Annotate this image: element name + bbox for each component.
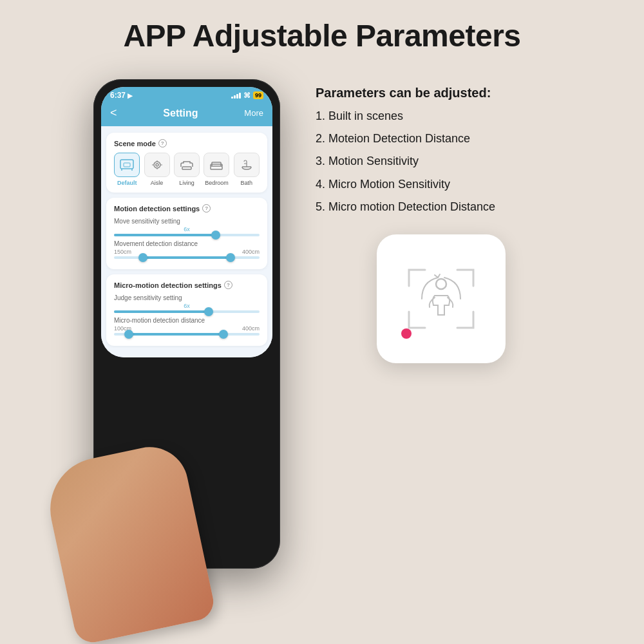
device-led: [401, 328, 412, 339]
svg-point-3: [156, 164, 158, 166]
scene-bath-icon: [234, 153, 260, 177]
device-container: [316, 234, 567, 363]
sensitivity-label: Move sensitivity setting: [114, 218, 260, 225]
micro-distance-section: Micro-motion detection distance 100cm 40…: [114, 317, 260, 336]
svg-point-2: [154, 162, 160, 168]
micro-distance-label: Micro-motion detection distance: [114, 317, 260, 324]
scene-aisle-label: Aisle: [151, 180, 164, 186]
status-right: ⌘ 99: [231, 91, 263, 100]
scene-bedroom-icon: [204, 153, 229, 177]
scene-mode-card: Scene mode ?: [106, 133, 267, 193]
scene-aisle[interactable]: Aisle: [144, 153, 169, 186]
distance-label: Movement detection distance: [114, 240, 260, 247]
sensitivity-slider-section: Move sensitivity setting 6x: [114, 218, 260, 236]
svg-rect-5: [211, 166, 222, 169]
scene-living-icon: [174, 153, 200, 177]
scene-icons-row: Default Aisle: [114, 153, 260, 186]
micro-distance-dual-track[interactable]: [114, 333, 260, 336]
status-time: 6:37 ▶: [110, 91, 133, 100]
more-button[interactable]: More: [244, 108, 263, 118]
scene-bedroom[interactable]: Bedroom: [204, 153, 229, 186]
scene-bath-label: Bath: [241, 180, 253, 186]
app-content: Scene mode ?: [101, 126, 272, 357]
location-icon: ▶: [128, 92, 133, 99]
svg-rect-4: [182, 167, 191, 169]
param-item-1: 1. Built in scenes: [316, 108, 567, 124]
param-item-5: 5. Micro motion Detection Distance: [316, 199, 567, 215]
micro-sensitivity-value: 6x: [114, 303, 260, 309]
back-button[interactable]: <: [110, 106, 117, 120]
scene-default[interactable]: Default: [114, 153, 140, 186]
micro-motion-card: Micro-motion detection settings ? Judge …: [106, 274, 267, 346]
right-panel: Parameters can be adjusted: 1. Built in …: [296, 73, 567, 363]
micro-sensitivity-section: Judge sensitivity setting 6x: [114, 294, 260, 313]
micro-distance-range-labels: 100cm 400cm: [114, 325, 260, 332]
micro-help-icon[interactable]: ?: [224, 281, 232, 289]
param-item-4: 4. Micro Motion Sensitivity: [316, 176, 567, 193]
micro-sensitivity-track[interactable]: [114, 310, 260, 313]
svg-rect-1: [124, 163, 130, 167]
svg-rect-0: [120, 160, 133, 169]
micro-sensitivity-label: Judge sensitivity setting: [114, 294, 260, 301]
screen-title: Setting: [163, 108, 198, 119]
scene-mode-title: Scene mode ?: [114, 139, 260, 147]
status-bar: 6:37 ▶ ⌘ 99: [101, 87, 272, 102]
scene-help-icon[interactable]: ?: [158, 139, 167, 147]
scene-bath[interactable]: Bath: [234, 153, 260, 186]
svg-point-6: [436, 279, 446, 289]
motion-detection-title: Motion detection settings ?: [114, 204, 260, 213]
nav-bar: < Setting More: [101, 102, 272, 126]
scene-living-label: Living: [179, 180, 194, 186]
signal-bars: [231, 92, 241, 99]
phone-mockup: 6:37 ▶ ⌘ 99: [77, 79, 296, 569]
scene-living[interactable]: Living: [174, 153, 200, 186]
motion-help-icon[interactable]: ?: [202, 204, 211, 213]
param-item-3: 3. Motion Sensitivity: [316, 153, 567, 169]
battery-indicator: 99: [253, 91, 263, 99]
scene-default-label: Default: [117, 180, 137, 186]
wifi-icon: ⌘: [243, 91, 251, 100]
sensitivity-value: 6x: [114, 226, 260, 232]
distance-range-labels: 150cm 400cm: [114, 249, 260, 255]
page-title: APP Adjustable Parameters: [0, 0, 644, 66]
motion-detection-card: Motion detection settings ? Move sensiti…: [106, 198, 267, 269]
params-list: 1. Built in scenes 2. Moteion Detection …: [316, 108, 567, 215]
scene-aisle-icon: [144, 153, 170, 177]
param-item-2: 2. Moteion Detection Distance: [316, 131, 567, 147]
device-sensor-icon: [402, 263, 480, 334]
params-title: Parameters can be adjusted:: [316, 86, 567, 100]
scene-bedroom-label: Bedroom: [205, 180, 229, 186]
micro-motion-title: Micro-motion detection settings ?: [114, 281, 260, 289]
scene-default-icon: [114, 153, 140, 177]
distance-slider-section: Movement detection distance 150cm 400cm: [114, 240, 260, 259]
distance-dual-track[interactable]: [114, 256, 260, 259]
sensitivity-track[interactable]: [114, 234, 260, 236]
device-box: [377, 234, 506, 363]
